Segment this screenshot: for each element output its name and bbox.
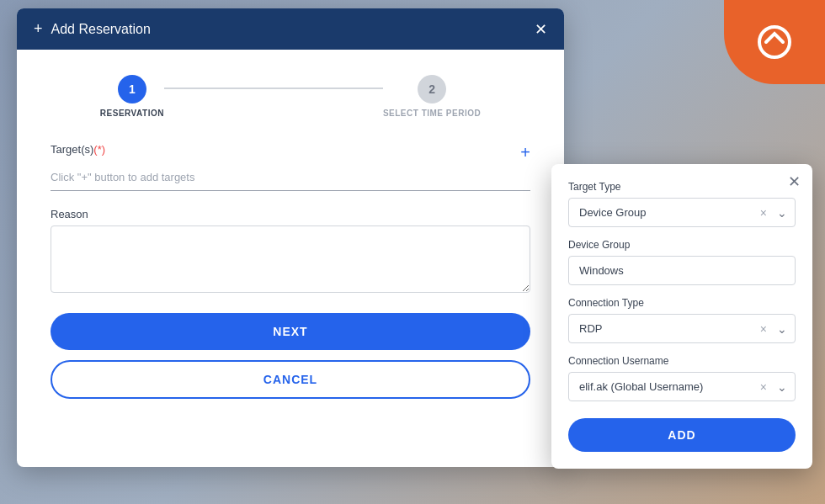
- device-group-label: Device Group: [568, 239, 796, 251]
- dialog-header: + Add Reservation ✕: [17, 8, 564, 50]
- target-dialog-close-button[interactable]: ✕: [788, 174, 801, 189]
- connection-username-wrapper: elif.ak (Global Username) × ⌄: [568, 372, 796, 401]
- targets-required: (*): [93, 143, 105, 156]
- add-target-button[interactable]: +: [520, 144, 530, 161]
- step-line: [164, 88, 383, 89]
- cancel-button[interactable]: CANCEL: [51, 360, 530, 399]
- targets-input-area: Click "+" button to add targets: [51, 164, 530, 191]
- dialog-header-left: + Add Reservation: [34, 20, 151, 38]
- reason-textarea[interactable]: [51, 225, 530, 293]
- connection-username-clear-button[interactable]: ×: [760, 380, 767, 394]
- plus-icon: +: [34, 20, 43, 38]
- target-type-label: Target Type: [568, 181, 796, 193]
- next-button[interactable]: NEXT: [51, 313, 530, 350]
- connection-type-wrapper: RDP × ⌄: [568, 314, 796, 343]
- main-dialog: + Add Reservation ✕ 1 RESERVATION 2 SELE…: [17, 8, 564, 467]
- step-2-circle: 2: [418, 75, 446, 103]
- step-1-circle: 1: [118, 75, 146, 103]
- device-group-input[interactable]: [568, 256, 796, 285]
- target-type-dialog: ✕ Target Type Device Group × ⌄ Device Gr…: [551, 164, 812, 469]
- targets-row: Target(s)(*) +: [51, 143, 530, 161]
- targets-label: Target(s)(*): [51, 143, 105, 156]
- stepper: 1 RESERVATION 2 SELECT TIME PERIOD: [51, 75, 530, 118]
- step-1: 1 RESERVATION: [100, 75, 164, 118]
- step-2: 2 SELECT TIME PERIOD: [383, 75, 481, 118]
- add-button[interactable]: ADD: [568, 418, 796, 452]
- step-1-label: RESERVATION: [100, 109, 164, 118]
- dialog-title: Add Reservation: [51, 22, 151, 37]
- connection-type-clear-button[interactable]: ×: [760, 322, 767, 336]
- step-2-label: SELECT TIME PERIOD: [383, 109, 481, 118]
- target-type-wrapper: Device Group × ⌄: [568, 198, 796, 227]
- dialog-close-button[interactable]: ✕: [535, 22, 547, 37]
- reason-label: Reason: [51, 208, 530, 220]
- connection-type-label: Connection Type: [568, 297, 796, 309]
- connection-username-label: Connection Username: [568, 355, 796, 367]
- target-type-clear-button[interactable]: ×: [760, 206, 767, 220]
- dialog-body: 1 RESERVATION 2 SELECT TIME PERIOD Targe…: [17, 50, 564, 467]
